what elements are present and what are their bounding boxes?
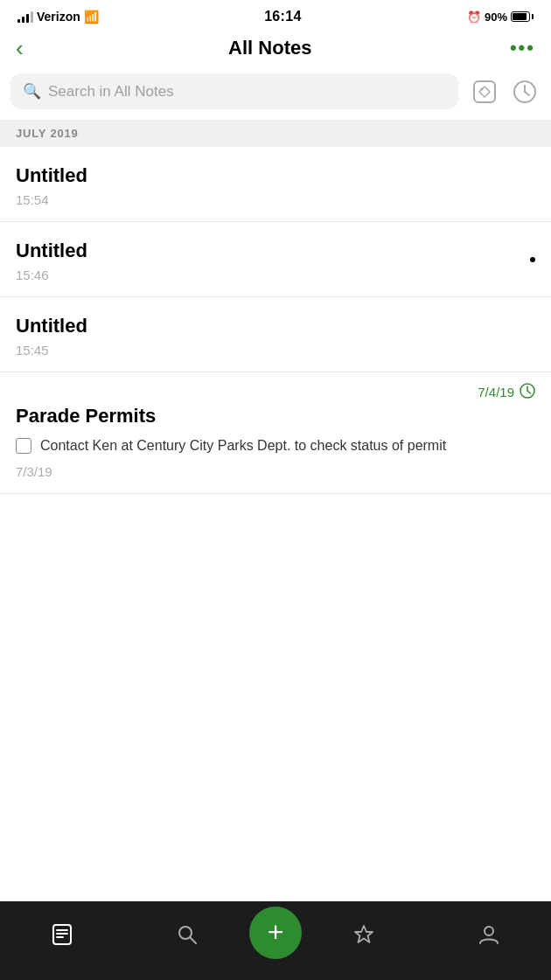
search-bar-container: 🔍 Search in All Notes bbox=[0, 73, 551, 120]
note-item-2[interactable]: Untitled 15:46 bbox=[0, 222, 551, 297]
search-icon: 🔍 bbox=[23, 82, 41, 101]
search-placeholder: Search in All Notes bbox=[48, 83, 174, 101]
note-title-2: Untitled bbox=[16, 240, 535, 262]
status-time: 16:14 bbox=[264, 9, 301, 24]
svg-line-13 bbox=[190, 938, 196, 944]
reminder-filter-button[interactable] bbox=[509, 76, 541, 108]
note-item-1[interactable]: Untitled 15:54 bbox=[0, 147, 551, 222]
todo-text: Contact Ken at Century City Parks Dept. … bbox=[40, 436, 446, 455]
header: ‹ All Notes ••• bbox=[0, 30, 551, 73]
parade-todo-item: Contact Ken at Century City Parks Dept. … bbox=[16, 436, 535, 455]
section-header-july: JULY 2019 bbox=[0, 120, 551, 147]
parade-date: 7/4/19 bbox=[478, 385, 514, 400]
fab-plus-icon: + bbox=[268, 918, 284, 946]
carrier-label: Verizon bbox=[37, 10, 80, 24]
note-dot-2 bbox=[530, 257, 535, 262]
svg-rect-0 bbox=[474, 81, 495, 102]
note-title-3: Untitled bbox=[16, 315, 535, 337]
account-tab-icon bbox=[478, 923, 500, 951]
tab-shortcuts[interactable] bbox=[302, 901, 427, 966]
battery-icon bbox=[511, 11, 534, 22]
search-tab-icon bbox=[176, 923, 199, 951]
svg-line-4 bbox=[525, 92, 529, 95]
more-menu-button[interactable]: ••• bbox=[510, 37, 535, 59]
svg-point-1 bbox=[481, 87, 484, 90]
parade-header-row: 7/4/19 bbox=[16, 383, 535, 401]
new-note-fab[interactable]: + bbox=[249, 907, 302, 959]
notes-tab-icon bbox=[51, 923, 73, 951]
reminder-icon bbox=[513, 80, 537, 104]
note-title-1: Untitled bbox=[16, 164, 535, 187]
tag-filter-button[interactable] bbox=[469, 76, 500, 108]
alarm-icon: ⏰ bbox=[467, 10, 481, 24]
svg-point-15 bbox=[485, 927, 493, 935]
parade-note[interactable]: 7/4/19 Parade Permits Contact Ken at Cen… bbox=[0, 372, 551, 494]
status-bar: Verizon 📶 16:14 ⏰ 90% bbox=[0, 0, 551, 30]
parade-note-time: 7/3/19 bbox=[16, 464, 535, 479]
tag-icon bbox=[472, 80, 497, 104]
todo-checkbox[interactable] bbox=[16, 438, 31, 454]
tab-notes[interactable] bbox=[0, 901, 125, 966]
tab-search[interactable] bbox=[125, 901, 250, 966]
back-button[interactable]: ‹ bbox=[16, 33, 31, 63]
svg-line-7 bbox=[527, 391, 531, 393]
note-time-1: 15:54 bbox=[16, 192, 535, 207]
status-right: ⏰ 90% bbox=[467, 10, 534, 24]
reminder-bell-icon bbox=[520, 383, 535, 401]
parade-note-title: Parade Permits bbox=[16, 405, 535, 427]
tab-account[interactable] bbox=[427, 901, 552, 966]
tab-bar: + bbox=[0, 901, 551, 980]
battery-percent: 90% bbox=[485, 10, 507, 24]
search-input[interactable]: 🔍 Search in All Notes bbox=[10, 73, 458, 109]
note-item-3[interactable]: Untitled 15:45 bbox=[0, 297, 551, 372]
svg-rect-8 bbox=[53, 925, 71, 944]
search-action-icons bbox=[469, 76, 541, 108]
page-title: All Notes bbox=[228, 37, 311, 59]
status-left: Verizon 📶 bbox=[17, 10, 99, 24]
tab-new[interactable]: + bbox=[249, 901, 302, 966]
shortcuts-tab-icon bbox=[352, 923, 375, 951]
wifi-icon: 📶 bbox=[84, 10, 99, 24]
svg-marker-14 bbox=[355, 926, 373, 942]
note-time-3: 15:45 bbox=[16, 343, 535, 358]
note-time-2: 15:46 bbox=[16, 268, 535, 282]
signal-icon bbox=[17, 10, 33, 23]
